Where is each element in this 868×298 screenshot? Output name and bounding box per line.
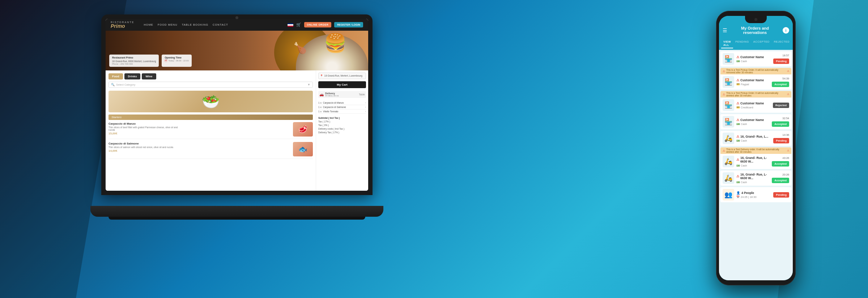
nav-links: HOME FOOD MENU TABLE BOOKING CONTACT	[144, 23, 228, 26]
phone-outer: ☰ My Orders and reservations i VIEW ALL …	[716, 11, 796, 285]
tax17-row: Tax ( 17% )	[318, 120, 366, 123]
order-7-number: 20:26	[782, 173, 789, 176]
opening-hours: ⏰ Today : 06:00 - 22:00	[165, 60, 188, 62]
payment-icon-3: 💳	[736, 106, 740, 109]
date-icon-8: 📅	[736, 195, 740, 199]
tab-rejected[interactable]: REJECTED	[772, 39, 792, 48]
register-login-button[interactable]: REGISTER / LOGIN	[334, 22, 363, 27]
tab-drinks[interactable]: Drinks	[124, 73, 141, 79]
delivery-info-badge: 🚗 Delivery 54 Mins 20 mi Table	[318, 91, 366, 98]
app-title: My Orders and reservations	[729, 26, 780, 35]
order-2-icon: 🏪	[723, 76, 734, 88]
customer-icon-5: ⚠	[736, 135, 739, 138]
food-item-2: Carpaccio di Salmone Thin slices of salm…	[109, 142, 313, 159]
hamburger-icon[interactable]: ☰	[723, 27, 727, 33]
info-button[interactable]: i	[783, 27, 789, 34]
order-1-time: 18:57	[782, 54, 789, 57]
alert-close-2[interactable]: ⚠	[787, 70, 789, 73]
laptop-base-bottom	[109, 217, 365, 220]
order-4-status: Accepted	[772, 121, 789, 127]
website-nav: RISTORANTE Primo HOME FOOD MENU TABLE BO…	[106, 19, 368, 31]
payment-icon-1: 💵	[736, 60, 740, 63]
alert-icon-6: ⚠	[723, 149, 725, 152]
payment-icon-5: 💵	[736, 139, 740, 142]
order-card-2[interactable]: ⚠ This is a Test Pickup Order. It will b…	[720, 68, 791, 90]
order-7-status: Accepted	[772, 178, 789, 183]
alert-close-3[interactable]: ⚠	[787, 93, 789, 96]
order-1-status: Pending	[773, 59, 789, 64]
opening-time-title: Opening Time	[165, 56, 188, 59]
alert-icon-3: ⚠	[723, 93, 725, 96]
my-cart-button[interactable]: My Cart	[318, 81, 366, 88]
hero-overlay: Restaurant Primo 16 Grand-Rue, 6630 Mert…	[109, 55, 192, 67]
cart-section: 📍 16 Grand-Rue, Mertert, Luxembourg My C…	[316, 70, 368, 191]
hero-food-burger: 🍔	[324, 33, 346, 53]
cart-icon[interactable]: 🛒	[296, 22, 301, 27]
laptop-device: RISTORANTE Primo HOME FOOD MENU TABLE BO…	[101, 14, 376, 217]
order-5-payment: 💵 Cash	[736, 139, 771, 142]
order-2-customer: ⚠ Customer Name	[736, 78, 770, 82]
laptop-camera	[235, 16, 238, 19]
search-bar[interactable]: 🔍 Select Category ▼	[109, 82, 313, 88]
order-1-icon: 🏪	[723, 53, 734, 65]
nav-logo: RISTORANTE Primo	[111, 21, 134, 29]
order-2-alert: ⚠ This is a Test Pickup Order. It will b…	[720, 68, 791, 74]
order-card-6[interactable]: ⚠ This is a Test Delivery order. It will…	[720, 147, 791, 169]
alert-close-6[interactable]: ⚠	[787, 149, 789, 152]
cart-item-3: 1 x Vitello Tonnato ›	[318, 109, 366, 114]
nav-link-contact[interactable]: CONTACT	[213, 23, 228, 26]
tab-accepted[interactable]: ACCEPTED	[751, 39, 772, 48]
payment-icon-4: 💵	[736, 122, 740, 126]
food-item-2-name: Carpaccio di Salmone	[109, 142, 173, 145]
order-card-1[interactable]: 🏪 ⚠ Customer Name 💵 Cash	[720, 51, 791, 66]
order-7-customer: ⚠ 16, Grand- Rue, L-6630 W...	[736, 173, 770, 180]
order-7-payment: 💵 Cash	[736, 181, 770, 184]
nav-link-table-booking[interactable]: TABLE BOOKING	[182, 23, 208, 26]
payment-icon-7: 💵	[736, 181, 740, 184]
customer-icon-7: ⚠	[736, 174, 739, 178]
website-content: RISTORANTE Primo HOME FOOD MENU TABLE BO…	[106, 19, 368, 191]
food-hero-image: 🥗	[109, 91, 313, 112]
search-dropdown-arrow: ▼	[307, 83, 310, 86]
order-8-customer: 👤 4 People	[736, 191, 771, 195]
order-1-customer: ⚠ Customer Name	[736, 55, 771, 59]
order-card-8[interactable]: 👥 👤 4 People 📅 24.05 | 18:30	[720, 187, 791, 202]
restaurant-address: 16 Grand-Rue, 6630 Mertert, Luxembourg	[112, 60, 156, 63]
order-2-payment: 💳 Paypal	[736, 83, 770, 86]
cart-address: 📍 16 Grand-Rue, Mertert, Luxembourg	[318, 73, 366, 79]
phone-notch	[745, 16, 767, 23]
customer-icon-3: ⚠	[736, 102, 739, 105]
flag-icon[interactable]	[288, 23, 293, 27]
cart-subtotals: Subtotal ( Incl Tax ) Tax ( 17% ) Tax ( …	[318, 116, 366, 134]
tab-wine[interactable]: Wine	[142, 73, 156, 79]
order-5-customer: ⚠ 16, Grand- Rue, L...	[736, 135, 771, 138]
food-item-1-desc: Thin slices of beef fillet with grated P…	[109, 126, 181, 131]
cart-item-2: 1 x Carpaccio di Salmone ›	[318, 105, 366, 109]
food-tabs: Food Drinks Wine	[109, 73, 313, 79]
nav-link-food-menu[interactable]: FOOD MENU	[158, 23, 178, 26]
order-8-date: 📅 24.05 | 18:30	[736, 195, 771, 199]
order-6-number: 43:26	[782, 156, 789, 160]
online-order-button[interactable]: ONLINE ORDER	[304, 22, 332, 27]
restaurant-phone: Phone +352 466 666	[112, 63, 156, 65]
order-6-payment: 💵 Cash	[736, 164, 770, 167]
laptop-screen-inner: RISTORANTE Primo HOME FOOD MENU TABLE BO…	[106, 19, 368, 191]
customer-icon-8: 👤	[736, 191, 740, 195]
order-8-status: Pending	[773, 192, 789, 198]
customer-icon-4: ⚠	[736, 118, 739, 122]
order-5-status: Pending	[773, 138, 789, 143]
food-item-1: Carpaccio di Manzo Thin slices of beef f…	[109, 122, 313, 139]
order-card-7[interactable]: 🛵 ⚠ 16, Grand- Rue, L-6630 W... 💵 Cash	[720, 170, 791, 186]
tax3-row: Tax ( 3% )	[318, 123, 366, 127]
nav-link-home[interactable]: HOME	[144, 23, 153, 26]
order-card-3[interactable]: ⚠ This is a Test Pickup Order. It will b…	[720, 91, 791, 113]
order-1-payment: 💵 Cash	[736, 60, 771, 63]
subtotal-row: Subtotal ( Incl Tax )	[318, 116, 366, 120]
tab-view-all[interactable]: VIEW ALL	[721, 39, 733, 48]
tab-pending[interactable]: PENDING	[733, 39, 751, 48]
order-card-4[interactable]: 🏪 ⚠ Customer Name 💵 Cash	[720, 114, 791, 129]
food-item-2-image: 🐟	[293, 142, 313, 156]
laptop-base	[90, 206, 383, 217]
order-card-5[interactable]: 🛵 ⚠ 16, Grand- Rue, L... 💵 Cash	[720, 131, 791, 146]
tab-food[interactable]: Food	[109, 73, 123, 79]
